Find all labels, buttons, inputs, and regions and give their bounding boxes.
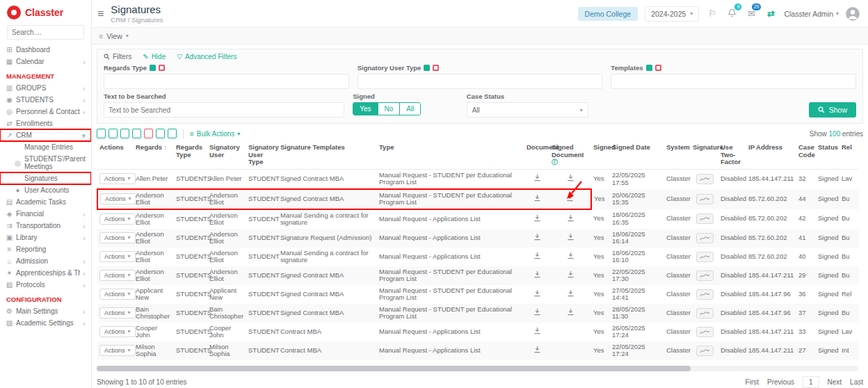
select-all-icon[interactable] [646, 65, 652, 71]
scrollbar-thumb[interactable] [97, 366, 691, 371]
mail-icon[interactable]: ✉ 25 [745, 8, 757, 19]
signature-icon[interactable] [696, 327, 714, 337]
sidebar-item-enrollments[interactable]: ⇄Enrollments [0, 118, 91, 129]
signature-icon[interactable] [696, 346, 714, 356]
pagination-1[interactable]: 1 [803, 376, 819, 388]
entries-select[interactable]: 100 [829, 130, 841, 138]
sidebar-item-financial[interactable]: ◈Financial‹ [0, 208, 91, 220]
signed-option-yes[interactable]: Yes [353, 103, 377, 115]
sidebar-item-academic-settings[interactable]: ▨Academic Settings‹ [0, 317, 91, 329]
print-icon[interactable] [156, 129, 165, 138]
download-signed-document-icon[interactable] [567, 214, 574, 224]
col-rel[interactable]: Rel [839, 141, 859, 169]
pagination-last[interactable]: Last [850, 378, 863, 386]
col-regards-type[interactable]: Regards Type [174, 141, 207, 169]
breadcrumb-crm[interactable]: CRM [111, 16, 126, 24]
col-case-code[interactable]: Case Code [796, 141, 816, 169]
col-signed-document[interactable]: Signed Document ⓘ [549, 141, 591, 169]
signature-icon[interactable] [696, 233, 714, 243]
export-icon[interactable] [168, 129, 177, 138]
sidebar-item-transportation[interactable]: ⇉Transportation‹ [0, 220, 91, 232]
col-regards[interactable]: Regards ↕ [134, 141, 174, 169]
copy-icon[interactable] [97, 129, 106, 138]
sidebar-item-students[interactable]: ◉STUDENTS‹ [0, 94, 91, 106]
switch-account-icon[interactable]: ⇄ [764, 8, 777, 19]
pagination-next[interactable]: Next [828, 378, 842, 386]
row-actions-button[interactable]: Actions▾ [99, 326, 136, 338]
col-signatory-user[interactable]: Signatory User [207, 141, 246, 169]
download-document-icon[interactable] [533, 308, 541, 318]
clear-selection-icon[interactable] [655, 65, 661, 71]
advanced-filters-link[interactable]: ▽ Advanced Filters [177, 53, 236, 60]
col-signature[interactable]: Signature [691, 141, 718, 169]
bell-icon[interactable]: 9 [725, 8, 738, 19]
col-signature-templates[interactable]: Signature Templates [278, 141, 377, 169]
sidebar-item-manage-entries[interactable]: Manage Entries [0, 141, 91, 153]
sidebar-item-admission[interactable]: ⌂Admission‹ [0, 255, 91, 267]
download-document-icon[interactable] [533, 233, 541, 243]
col-signed[interactable]: Signed [591, 141, 610, 169]
col-signed-date[interactable]: Signed Date [610, 141, 664, 169]
signature-icon[interactable] [696, 270, 714, 281]
row-actions-button[interactable]: Actions▾ [99, 289, 136, 300]
signature-icon[interactable] [696, 252, 714, 262]
col-use-two-factor[interactable]: Use Two-Factor [718, 141, 746, 169]
download-document-icon[interactable] [533, 252, 541, 261]
clear-selection-icon[interactable] [433, 65, 439, 71]
signed-option-all[interactable]: All [399, 103, 420, 115]
sidebar-item-reporting[interactable]: ≡Reporting [0, 243, 91, 255]
download-signed-document-icon[interactable] [567, 270, 574, 280]
sidebar-item-personnel-contacts[interactable]: ◎Personnel & Contacts‹ [0, 106, 91, 118]
sidebar-item-apprenticeships-thesis[interactable]: ✶Apprenticeships & Thesis‹ [0, 267, 91, 279]
avatar[interactable] [846, 7, 860, 21]
filters-toggle[interactable]: Filters [104, 53, 131, 60]
sidebar-item-students-parents-meetings[interactable]: ◎STUDENTS'/Parents' Meetings [0, 153, 91, 172]
pagination-first[interactable]: First [746, 378, 759, 386]
download-signed-document-icon[interactable] [567, 289, 574, 299]
menu-toggle-icon[interactable]: ≡ [97, 8, 104, 20]
school-chip[interactable]: Demo College [578, 7, 638, 21]
signature-icon[interactable] [696, 308, 714, 318]
download-document-icon[interactable] [533, 346, 541, 355]
templates-input[interactable] [611, 74, 856, 89]
sidebar-item-protocols[interactable]: ▧Protocols‹ [0, 279, 91, 291]
case-status-select[interactable]: All ▾ [467, 102, 588, 118]
signatory-user-type-input[interactable] [357, 74, 603, 89]
year-select[interactable]: 2024-2025 ▾ [645, 6, 699, 22]
row-actions-button[interactable]: Actions▾ [99, 173, 136, 185]
col-ip-address[interactable]: IP Address [746, 141, 796, 169]
sidebar-item-groups[interactable]: ▥GROUPS‹ [0, 82, 91, 94]
row-actions-button[interactable]: Actions▾ [99, 251, 136, 263]
pdf-icon[interactable] [144, 129, 153, 138]
col-system[interactable]: System [664, 141, 691, 169]
sort-icon[interactable]: ↕ [162, 144, 167, 151]
download-signed-document-icon[interactable] [567, 308, 574, 318]
col-status[interactable]: Status [816, 141, 839, 169]
row-actions-button[interactable]: Actions▾ [99, 270, 136, 282]
download-document-icon[interactable] [533, 214, 541, 224]
signed-option-no[interactable]: No [378, 103, 400, 115]
show-button[interactable]: Show [809, 102, 856, 118]
row-actions-button[interactable]: Actions▾ [99, 232, 136, 244]
sidebar-item-dashboard[interactable]: ⊞Dashboard [0, 44, 91, 56]
row-actions-button[interactable]: Actions▾ [99, 307, 136, 319]
sidebar-item-library[interactable]: ▣Library‹ [0, 232, 91, 243]
col-actions[interactable]: Actions [97, 141, 134, 169]
clear-selection-icon[interactable] [159, 65, 165, 71]
excel-icon[interactable] [108, 129, 118, 138]
sidebar-item-academic-tasks[interactable]: ▤Academic Tasks [0, 196, 91, 208]
user-menu[interactable]: Classter Admin ▾ [784, 10, 839, 18]
download-document-icon[interactable] [533, 174, 541, 184]
select-all-icon[interactable] [150, 65, 156, 71]
col-type[interactable]: Type [377, 141, 524, 169]
col-signatory-user-type[interactable]: Signatory User Type [246, 141, 278, 169]
signature-icon[interactable] [696, 213, 714, 224]
regards-type-input[interactable] [104, 74, 349, 89]
download-document-icon[interactable] [533, 289, 541, 299]
row-actions-button[interactable]: Actions▾ [99, 213, 136, 225]
text-search-input[interactable] [104, 102, 344, 118]
sidebar-item-signatures[interactable]: Signatures [0, 172, 91, 184]
info-icon[interactable]: ⓘ [552, 159, 558, 165]
row-actions-button[interactable]: Actions▾ [100, 193, 136, 205]
sidebar-item-crm[interactable]: ↗CRM▾ [0, 129, 91, 141]
